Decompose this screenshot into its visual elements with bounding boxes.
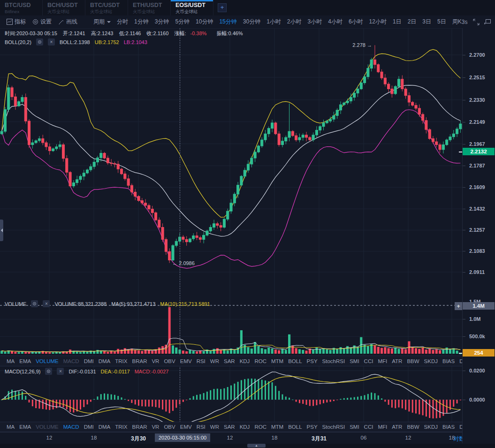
indicator-tab-rsi[interactable]: RSI (197, 424, 206, 430)
indicator-tab-skdj[interactable]: SKDJ (424, 358, 438, 364)
indicator-tab-vr[interactable]: VR (152, 358, 159, 364)
macd-settings-button[interactable] (45, 368, 52, 375)
scrollbar-thumb[interactable]: ▲ (247, 444, 266, 448)
indicator-tab-boll[interactable]: BOLL (288, 424, 302, 430)
indicator-tab-sar[interactable]: SAR (224, 358, 235, 364)
indicator-tab-stochrsi[interactable]: StochRSI (322, 358, 345, 364)
period-6小时[interactable]: 6小时 (349, 18, 363, 26)
period-1分钟[interactable]: 1分钟 (134, 18, 149, 26)
indicator-tab-ma[interactable]: MA (7, 424, 15, 430)
period-分时[interactable]: 分时 (117, 18, 128, 26)
scroll-left-handle[interactable] (0, 220, 3, 241)
indicator-tab-sar[interactable]: SAR (224, 424, 235, 430)
period-10分钟[interactable]: 10分钟 (196, 18, 213, 26)
indicator-tab-bbw[interactable]: BBW (407, 358, 419, 364)
indicator-tab-kdj[interactable]: KDJ (240, 358, 250, 364)
indicator-tab-vr[interactable]: VR (152, 424, 159, 430)
indicator-tab-kdj[interactable]: KDJ (240, 424, 250, 430)
indicator-tab-dmi[interactable]: DMI (84, 424, 94, 430)
indicator-tab-mfi[interactable]: MFI (378, 358, 387, 364)
period-1日[interactable]: 1日 (393, 18, 402, 26)
period-30分钟[interactable]: 30分钟 (243, 18, 260, 26)
symbol-tab-btc-usd[interactable]: BTC/USDBitfinex (0, 0, 43, 15)
indicator-tab-psy[interactable]: PSY (307, 424, 318, 430)
period-4小时[interactable]: 4小时 (328, 18, 343, 26)
symbol-tab-bch-usdt[interactable]: BCH/USDT火币全球站 (43, 0, 85, 15)
volume-close-button[interactable]: × (43, 300, 50, 307)
volume-settings-button[interactable] (31, 300, 38, 307)
indicator-tab-smi[interactable]: SMI (350, 358, 359, 364)
period-15分钟[interactable]: 15分钟 (219, 18, 236, 26)
indicator-tab-ma[interactable]: MA (7, 358, 15, 364)
period-1小时[interactable]: 1小时 (267, 18, 281, 26)
horizontal-scrollbar[interactable]: ▲ (0, 443, 495, 448)
indicator-tab-bias[interactable]: BIAS (442, 358, 455, 364)
macd-header: MACD(12,26,9) × DIF:-0.0131 DEA:-0.0117 … (5, 368, 173, 375)
indicator-tab-wr[interactable]: WR (210, 358, 219, 364)
indicator-tab-volume[interactable]: VOLUME (36, 424, 59, 430)
indicator-tab-macd[interactable]: MACD (63, 424, 79, 430)
indicator-tab-bias[interactable]: BIAS (442, 424, 455, 430)
indicator-tab-obv[interactable]: OBV (164, 358, 175, 364)
fullscreen-button[interactable] (473, 19, 480, 25)
indicator-tab-macd[interactable]: MACD (63, 358, 79, 364)
indicator-tab-dma[interactable]: DMA (99, 358, 111, 364)
indicator-tab-trix[interactable]: TRIX (115, 358, 127, 364)
symbol-tab-eos-usdt[interactable]: EOS/USDT火币全球站 (171, 0, 213, 15)
period-5分钟[interactable]: 5分钟 (175, 18, 190, 26)
indicator-tab-trix[interactable]: TRIX (115, 424, 127, 430)
indicator-tool-button[interactable]: 指标 (7, 18, 26, 26)
indicator-tab-brar[interactable]: BRAR (132, 358, 147, 364)
period-dropdown[interactable]: 周期 (93, 18, 111, 26)
indicator-tab-atr[interactable]: ATR (392, 358, 402, 364)
boll-close-button[interactable]: × (48, 38, 55, 46)
indicator-tab-skdj[interactable]: SKDJ (424, 424, 438, 430)
indicator-tab-mtm[interactable]: MTM (271, 424, 283, 430)
symbol-tab-eth-usdt[interactable]: ETH/USDT火币全球站 (128, 0, 171, 15)
volume-zoom-plus-button[interactable]: + (455, 302, 462, 310)
indicator-tab-mfi[interactable]: MFI (378, 424, 387, 430)
price-axis[interactable]: 1.5M 2.2132 1.4M 254 2.27002.25152.23302… (462, 28, 495, 443)
indicator-tab-roc[interactable]: ROC (254, 358, 267, 364)
indicator-tab-dma[interactable]: DMA (99, 424, 111, 430)
volume-pane[interactable] (0, 299, 462, 356)
period-3分钟[interactable]: 3分钟 (155, 18, 169, 26)
period-2日[interactable]: 2日 (408, 18, 417, 26)
settings-tool-button[interactable]: 设置 (32, 18, 52, 26)
period-周K[interactable]: 周K (452, 18, 462, 26)
period-3日[interactable]: 3日 (422, 18, 431, 26)
indicator-tab-brar[interactable]: BRAR (132, 424, 147, 430)
indicator-tab-dmi[interactable]: DMI (84, 358, 94, 364)
price-tick: 2.1083 (469, 248, 485, 254)
period-3小时[interactable]: 3小时 (308, 18, 322, 26)
period-5日[interactable]: 5日 (437, 18, 446, 26)
indicator-tab-bbw[interactable]: BBW (407, 424, 419, 430)
period-12小时[interactable]: 12小时 (369, 18, 387, 26)
period-2小时[interactable]: 2小时 (287, 18, 302, 26)
indicator-tab-rsi[interactable]: RSI (197, 358, 206, 364)
indicator-tab-obv[interactable]: OBV (164, 424, 175, 430)
refresh-speed[interactable]: 3s (462, 19, 468, 25)
add-tab-button[interactable]: + (218, 3, 227, 12)
indicator-tab-roc[interactable]: ROC (254, 424, 267, 430)
indicator-tab-ema[interactable]: EMA (19, 358, 31, 364)
indicator-tab-mtm[interactable]: MTM (271, 358, 283, 364)
symbol-tab-btc-usdt[interactable]: BTC/USDT火币全球站 (85, 0, 128, 15)
indicator-tab-boll[interactable]: BOLL (288, 358, 302, 364)
indicator-tab-atr[interactable]: ATR (392, 424, 402, 430)
indicator-tab-wr[interactable]: WR (210, 424, 219, 430)
indicator-tab-smi[interactable]: SMI (350, 424, 359, 430)
indicator-tab-cci[interactable]: CCI (364, 424, 373, 430)
main-chart-pane[interactable]: 2.278 →← 2.0986 (0, 28, 462, 299)
indicator-tab-psy[interactable]: PSY (307, 358, 318, 364)
draw-tool-button[interactable]: 画线 (58, 18, 77, 26)
macd-close-button[interactable]: × (57, 368, 64, 375)
boll-settings-button[interactable] (36, 38, 43, 46)
add-window-button[interactable] (484, 19, 491, 25)
indicator-tab-emv[interactable]: EMV (180, 424, 192, 430)
indicator-tab-emv[interactable]: EMV (180, 358, 192, 364)
indicator-tab-volume[interactable]: VOLUME (36, 358, 59, 364)
indicator-tab-cci[interactable]: CCI (364, 358, 373, 364)
indicator-tab-stochrsi[interactable]: StochRSI (322, 424, 345, 430)
indicator-tab-ema[interactable]: EMA (19, 424, 31, 430)
